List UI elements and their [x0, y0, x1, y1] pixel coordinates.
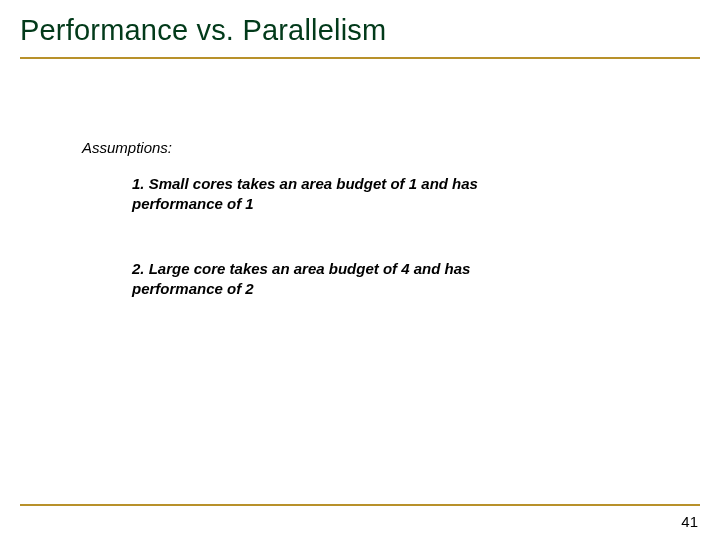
- slide-title: Performance vs. Parallelism: [20, 14, 700, 47]
- assumption-2: 2. Large core takes an area budget of 4 …: [132, 259, 532, 300]
- footer-divider: [20, 504, 700, 506]
- assumption-1: 1. Small cores takes an area budget of 1…: [132, 174, 532, 215]
- slide-container: Performance vs. Parallelism Assumptions:…: [0, 0, 720, 540]
- slide-content: Assumptions: 1. Small cores takes an are…: [20, 59, 700, 299]
- assumptions-heading: Assumptions:: [82, 139, 700, 156]
- page-number: 41: [681, 513, 698, 530]
